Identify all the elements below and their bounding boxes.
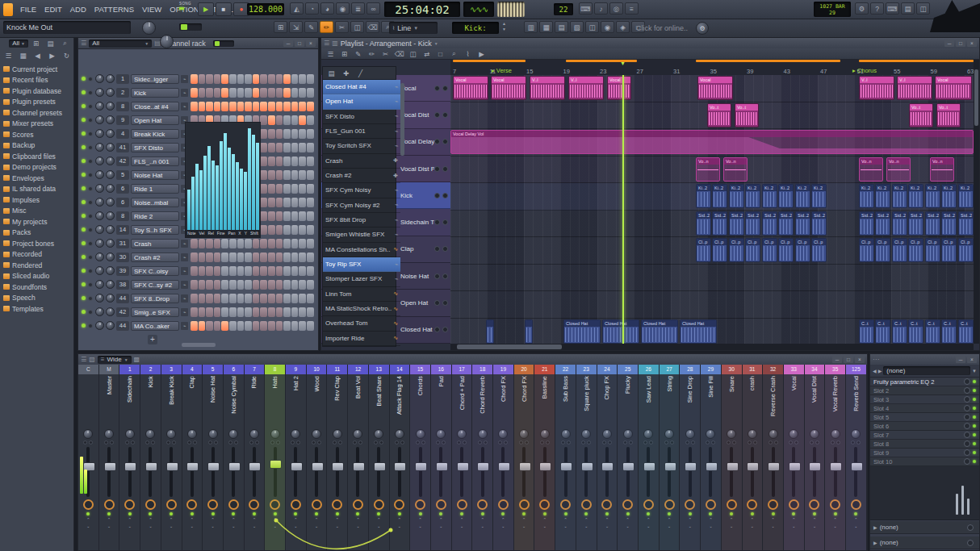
oscilloscope-display[interactable]: ∿∿∿ xyxy=(463,2,494,17)
step-cell[interactable] xyxy=(276,307,283,317)
fx-slot-slot-9[interactable]: Slot 9 xyxy=(870,449,979,457)
channel-target-icon[interactable]: ⌁ xyxy=(181,294,188,303)
step-cell[interactable] xyxy=(191,74,198,84)
clip-sid-2[interactable]: Sid..2 xyxy=(729,211,744,236)
step-cell[interactable] xyxy=(299,74,306,84)
channel-enable-led[interactable] xyxy=(82,173,86,177)
clip-cl-p[interactable]: Cl..p xyxy=(729,238,744,262)
strip-route-led[interactable] xyxy=(86,512,90,516)
playlist-lane-8[interactable] xyxy=(450,291,974,319)
channel-number[interactable]: 8 xyxy=(116,211,129,221)
channel-number[interactable]: 6 xyxy=(116,184,129,194)
strip-route-led[interactable] xyxy=(315,512,318,516)
channel-name-button[interactable]: Ride 2 xyxy=(131,211,179,221)
help-icon[interactable]: ? xyxy=(870,2,884,15)
strip-down-icon[interactable]: ⌄ xyxy=(522,524,526,528)
step-cell[interactable] xyxy=(214,74,221,84)
step-cell[interactable] xyxy=(299,115,306,125)
step-cell[interactable] xyxy=(253,321,260,331)
picker-swap-icon[interactable]: ╱ xyxy=(354,68,366,78)
step-cell[interactable] xyxy=(283,74,291,84)
step-cell[interactable] xyxy=(299,294,306,303)
clip-vo-n[interactable]: Vo..n xyxy=(886,157,911,182)
tempo-tap-icon[interactable]: ◈ xyxy=(616,21,630,33)
clip-sid-2[interactable]: Sid..2 xyxy=(745,211,760,236)
channel-mute-led[interactable] xyxy=(88,324,93,328)
online-hint[interactable]: Click for online.. xyxy=(636,24,688,32)
strip-number[interactable]: 22 xyxy=(555,365,576,374)
channel-number[interactable]: 30 xyxy=(116,253,129,262)
channel-pan-knob[interactable] xyxy=(95,198,104,207)
strip-fader[interactable] xyxy=(730,447,733,497)
channel-number[interactable]: 38 xyxy=(116,280,129,290)
mixer-strip-vocal-reverb[interactable]: 35Vocal Reverb⌃⌄ xyxy=(825,365,846,550)
pl-cut-icon[interactable]: ✂ xyxy=(379,48,392,59)
channel-pan-knob[interactable] xyxy=(95,88,104,97)
strip-fader-handle[interactable] xyxy=(312,462,324,471)
strip-up-icon[interactable]: ⌃ xyxy=(751,517,755,522)
channel-number[interactable]: 1 xyxy=(116,74,129,84)
step-cell[interactable] xyxy=(191,307,198,317)
clip-ki-2[interactable]: Ki..2 xyxy=(712,184,727,208)
step-cell[interactable] xyxy=(283,129,291,139)
graph-label-note[interactable]: Note xyxy=(187,230,196,237)
step-cell[interactable] xyxy=(291,239,299,248)
strip-number[interactable]: 32 xyxy=(763,365,783,374)
browser-item-project-bones[interactable]: Project bones xyxy=(0,238,73,249)
fx-slot-mix-knob[interactable] xyxy=(964,423,970,429)
step-cell[interactable] xyxy=(276,239,283,248)
strip-fader-handle[interactable] xyxy=(145,462,157,471)
channel-volume-knob[interactable] xyxy=(106,253,115,261)
step-cell[interactable] xyxy=(276,294,283,303)
fx-slot-enable-led[interactable] xyxy=(973,398,976,401)
step-cell[interactable] xyxy=(291,280,299,290)
browser-item-current-project[interactable]: Current project xyxy=(0,64,73,75)
clip-vo-t[interactable]: Vo..t xyxy=(735,103,759,127)
strip-down-icon[interactable]: ⌄ xyxy=(107,524,111,528)
close-icon[interactable]: × xyxy=(967,40,977,47)
picker-item-ma-constellations-sh-[interactable]: MA Constellations Sh..∿ xyxy=(323,243,400,257)
strip-fader[interactable] xyxy=(398,447,401,497)
step-cell[interactable] xyxy=(283,266,291,276)
strip-up-icon[interactable]: ⌃ xyxy=(418,517,422,522)
fx-slot-mix-knob[interactable] xyxy=(964,414,970,420)
graph-bar[interactable] xyxy=(240,169,243,230)
step-cell[interactable] xyxy=(229,280,237,290)
strip-route-led[interactable] xyxy=(398,512,401,516)
step-cell[interactable] xyxy=(237,253,245,262)
multilink-icon[interactable]: ∞ xyxy=(366,2,380,15)
playlist-ruler[interactable]: 71115192327313539434751555963▸ Verse▸ Ch… xyxy=(450,60,974,76)
track-mute-led[interactable] xyxy=(442,219,448,225)
step-cell[interactable] xyxy=(276,266,283,276)
step-cell[interactable] xyxy=(307,294,314,303)
channel-enable-led[interactable] xyxy=(82,200,86,204)
strip-fader[interactable] xyxy=(813,447,816,497)
strip-down-icon[interactable]: ⌄ xyxy=(315,524,319,528)
channel-number[interactable]: 41 xyxy=(116,143,129,152)
strip-pan-knob[interactable] xyxy=(374,429,383,439)
channel-target-icon[interactable]: ⌁ xyxy=(181,102,188,111)
strip-pan-knob[interactable] xyxy=(457,429,467,439)
graph-bar[interactable] xyxy=(244,172,247,230)
step-cell[interactable] xyxy=(260,170,267,180)
strip-down-icon[interactable]: ⌄ xyxy=(833,524,837,528)
play-button[interactable]: ▶ xyxy=(198,2,214,16)
step-cell[interactable] xyxy=(307,102,314,111)
strip-up-icon[interactable]: ⌃ xyxy=(543,517,547,522)
channel-pan-knob[interactable] xyxy=(95,102,104,111)
strip-number[interactable]: 6 xyxy=(224,365,244,374)
step-cell[interactable] xyxy=(237,294,245,303)
mixer-strip-crash[interactable]: 31crash⌃⌄ xyxy=(743,365,764,550)
strip-down-icon[interactable]: ⌄ xyxy=(543,524,547,528)
fx-slot-enable-led[interactable] xyxy=(973,389,976,392)
menu-icon[interactable]: ☰ xyxy=(324,40,329,47)
step-cell[interactable] xyxy=(237,280,245,290)
step-cell[interactable] xyxy=(291,225,299,235)
strip-route-led[interactable] xyxy=(481,512,484,516)
picker-add-icon[interactable]: ✚ xyxy=(340,68,352,78)
browser-menu-icon[interactable]: ☰ xyxy=(2,50,15,61)
channel-number[interactable]: 42 xyxy=(116,157,129,166)
strip-up-icon[interactable]: ⌃ xyxy=(335,517,339,522)
step-cell[interactable] xyxy=(206,307,213,317)
step-cell[interactable] xyxy=(307,307,314,317)
